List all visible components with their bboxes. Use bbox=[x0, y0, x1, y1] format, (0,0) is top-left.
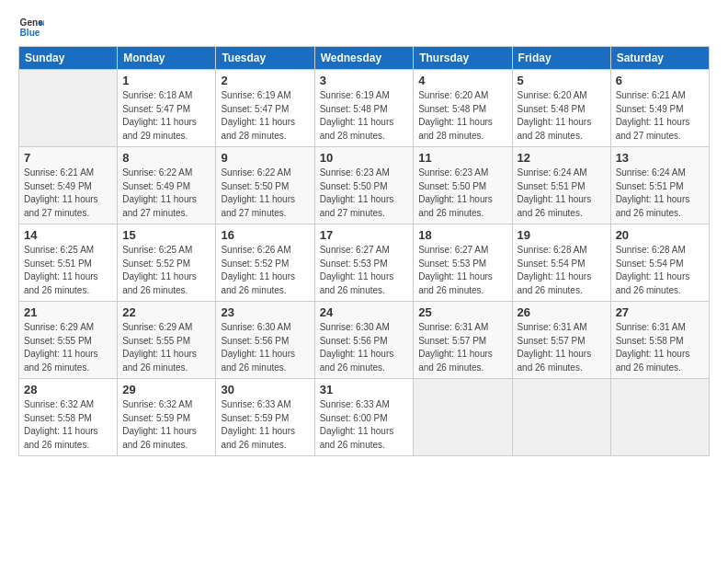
day-detail: Sunrise: 6:22 AM Sunset: 5:49 PM Dayligh… bbox=[122, 167, 210, 220]
header: General Blue bbox=[18, 15, 710, 40]
day-number: 17 bbox=[320, 228, 409, 242]
calendar-cell: 31Sunrise: 6:33 AM Sunset: 6:00 PM Dayli… bbox=[314, 379, 414, 456]
day-number: 28 bbox=[24, 383, 112, 396]
calendar-day-header: Thursday bbox=[414, 47, 512, 70]
calendar-cell: 4Sunrise: 6:20 AM Sunset: 5:48 PM Daylig… bbox=[414, 70, 512, 147]
calendar-cell: 30Sunrise: 6:33 AM Sunset: 5:59 PM Dayli… bbox=[216, 379, 314, 456]
day-detail: Sunrise: 6:30 AM Sunset: 5:56 PM Dayligh… bbox=[221, 321, 309, 374]
day-number: 31 bbox=[320, 383, 409, 396]
calendar-cell: 17Sunrise: 6:27 AM Sunset: 5:53 PM Dayli… bbox=[314, 224, 414, 302]
day-detail: Sunrise: 6:20 AM Sunset: 5:48 PM Dayligh… bbox=[418, 89, 506, 143]
day-number: 30 bbox=[221, 383, 309, 396]
calendar-cell: 3Sunrise: 6:19 AM Sunset: 5:48 PM Daylig… bbox=[314, 70, 414, 147]
day-number: 8 bbox=[122, 151, 210, 165]
calendar-cell: 26Sunrise: 6:31 AM Sunset: 5:57 PM Dayli… bbox=[512, 302, 610, 379]
calendar-cell: 9Sunrise: 6:22 AM Sunset: 5:50 PM Daylig… bbox=[216, 147, 314, 224]
calendar-table: SundayMondayTuesdayWednesdayThursdayFrid… bbox=[18, 46, 710, 456]
calendar-cell: 7Sunrise: 6:21 AM Sunset: 5:49 PM Daylig… bbox=[19, 147, 118, 224]
day-detail: Sunrise: 6:27 AM Sunset: 5:53 PM Dayligh… bbox=[320, 244, 409, 297]
day-number: 22 bbox=[122, 305, 210, 319]
calendar-week-row: 21Sunrise: 6:29 AM Sunset: 5:55 PM Dayli… bbox=[19, 302, 710, 379]
calendar-cell: 2Sunrise: 6:19 AM Sunset: 5:47 PM Daylig… bbox=[216, 70, 314, 147]
day-number: 27 bbox=[616, 305, 704, 319]
calendar-week-row: 14Sunrise: 6:25 AM Sunset: 5:51 PM Dayli… bbox=[19, 224, 710, 302]
day-number: 10 bbox=[320, 151, 409, 165]
calendar-cell: 19Sunrise: 6:28 AM Sunset: 5:54 PM Dayli… bbox=[512, 224, 610, 302]
calendar-cell bbox=[19, 70, 118, 147]
calendar-cell: 25Sunrise: 6:31 AM Sunset: 5:57 PM Dayli… bbox=[414, 302, 512, 379]
day-detail: Sunrise: 6:24 AM Sunset: 5:51 PM Dayligh… bbox=[518, 167, 606, 220]
day-detail: Sunrise: 6:25 AM Sunset: 5:51 PM Dayligh… bbox=[24, 244, 112, 297]
calendar-week-row: 1Sunrise: 6:18 AM Sunset: 5:47 PM Daylig… bbox=[19, 70, 710, 147]
day-number: 6 bbox=[616, 74, 704, 87]
day-detail: Sunrise: 6:25 AM Sunset: 5:52 PM Dayligh… bbox=[122, 244, 210, 297]
calendar-cell: 10Sunrise: 6:23 AM Sunset: 5:50 PM Dayli… bbox=[314, 147, 414, 224]
day-number: 23 bbox=[221, 305, 309, 319]
calendar-cell: 27Sunrise: 6:31 AM Sunset: 5:58 PM Dayli… bbox=[610, 302, 709, 379]
calendar-day-header: Monday bbox=[118, 47, 216, 70]
day-number: 9 bbox=[221, 151, 309, 165]
logo: General Blue bbox=[18, 15, 44, 40]
day-number: 21 bbox=[24, 305, 112, 319]
day-detail: Sunrise: 6:20 AM Sunset: 5:48 PM Dayligh… bbox=[518, 89, 606, 143]
day-detail: Sunrise: 6:33 AM Sunset: 5:59 PM Dayligh… bbox=[221, 398, 309, 452]
day-number: 29 bbox=[122, 383, 210, 396]
day-detail: Sunrise: 6:26 AM Sunset: 5:52 PM Dayligh… bbox=[221, 244, 309, 297]
day-detail: Sunrise: 6:27 AM Sunset: 5:53 PM Dayligh… bbox=[418, 244, 506, 297]
calendar-cell: 29Sunrise: 6:32 AM Sunset: 5:59 PM Dayli… bbox=[118, 379, 216, 456]
day-detail: Sunrise: 6:24 AM Sunset: 5:51 PM Dayligh… bbox=[616, 167, 704, 220]
calendar-day-header: Sunday bbox=[19, 47, 118, 70]
day-detail: Sunrise: 6:30 AM Sunset: 5:56 PM Dayligh… bbox=[320, 321, 409, 374]
day-number: 11 bbox=[418, 151, 506, 165]
day-number: 12 bbox=[518, 151, 606, 165]
calendar-cell: 12Sunrise: 6:24 AM Sunset: 5:51 PM Dayli… bbox=[512, 147, 610, 224]
day-detail: Sunrise: 6:22 AM Sunset: 5:50 PM Dayligh… bbox=[221, 167, 309, 220]
day-detail: Sunrise: 6:23 AM Sunset: 5:50 PM Dayligh… bbox=[320, 167, 409, 220]
calendar-cell: 23Sunrise: 6:30 AM Sunset: 5:56 PM Dayli… bbox=[216, 302, 314, 379]
calendar-week-row: 28Sunrise: 6:32 AM Sunset: 5:58 PM Dayli… bbox=[19, 379, 710, 456]
calendar-cell bbox=[512, 379, 610, 456]
calendar-cell: 18Sunrise: 6:27 AM Sunset: 5:53 PM Dayli… bbox=[414, 224, 512, 302]
day-number: 13 bbox=[616, 151, 704, 165]
logo-icon: General Blue bbox=[18, 15, 44, 40]
day-number: 4 bbox=[418, 74, 506, 87]
calendar-cell: 22Sunrise: 6:29 AM Sunset: 5:55 PM Dayli… bbox=[118, 302, 216, 379]
day-detail: Sunrise: 6:19 AM Sunset: 5:47 PM Dayligh… bbox=[221, 89, 309, 143]
page: General Blue SundayMondayTuesdayWednesda… bbox=[0, 0, 728, 465]
day-detail: Sunrise: 6:29 AM Sunset: 5:55 PM Dayligh… bbox=[24, 321, 112, 374]
calendar-cell: 21Sunrise: 6:29 AM Sunset: 5:55 PM Dayli… bbox=[19, 302, 118, 379]
day-detail: Sunrise: 6:23 AM Sunset: 5:50 PM Dayligh… bbox=[418, 167, 506, 220]
svg-text:Blue: Blue bbox=[20, 28, 40, 38]
calendar-cell: 11Sunrise: 6:23 AM Sunset: 5:50 PM Dayli… bbox=[414, 147, 512, 224]
calendar-cell: 6Sunrise: 6:21 AM Sunset: 5:49 PM Daylig… bbox=[610, 70, 709, 147]
day-detail: Sunrise: 6:28 AM Sunset: 5:54 PM Dayligh… bbox=[616, 244, 704, 297]
calendar-cell: 15Sunrise: 6:25 AM Sunset: 5:52 PM Dayli… bbox=[118, 224, 216, 302]
day-detail: Sunrise: 6:21 AM Sunset: 5:49 PM Dayligh… bbox=[616, 89, 704, 143]
calendar-cell bbox=[610, 379, 709, 456]
calendar-cell: 14Sunrise: 6:25 AM Sunset: 5:51 PM Dayli… bbox=[19, 224, 118, 302]
calendar-cell: 16Sunrise: 6:26 AM Sunset: 5:52 PM Dayli… bbox=[216, 224, 314, 302]
day-number: 18 bbox=[418, 228, 506, 242]
day-number: 1 bbox=[122, 74, 210, 87]
calendar-cell: 20Sunrise: 6:28 AM Sunset: 5:54 PM Dayli… bbox=[610, 224, 709, 302]
day-detail: Sunrise: 6:19 AM Sunset: 5:48 PM Dayligh… bbox=[320, 89, 409, 143]
day-number: 3 bbox=[320, 74, 409, 87]
day-number: 20 bbox=[616, 228, 704, 242]
calendar-day-header: Friday bbox=[512, 47, 610, 70]
day-detail: Sunrise: 6:32 AM Sunset: 5:58 PM Dayligh… bbox=[24, 398, 112, 452]
day-detail: Sunrise: 6:31 AM Sunset: 5:57 PM Dayligh… bbox=[418, 321, 506, 374]
day-number: 25 bbox=[418, 305, 506, 319]
day-number: 15 bbox=[122, 228, 210, 242]
calendar-day-header: Saturday bbox=[610, 47, 709, 70]
day-number: 5 bbox=[518, 74, 606, 87]
day-detail: Sunrise: 6:32 AM Sunset: 5:59 PM Dayligh… bbox=[122, 398, 210, 452]
calendar-cell: 24Sunrise: 6:30 AM Sunset: 5:56 PM Dayli… bbox=[314, 302, 414, 379]
calendar-day-header: Tuesday bbox=[216, 47, 314, 70]
day-detail: Sunrise: 6:18 AM Sunset: 5:47 PM Dayligh… bbox=[122, 89, 210, 143]
calendar-cell: 28Sunrise: 6:32 AM Sunset: 5:58 PM Dayli… bbox=[19, 379, 118, 456]
calendar-cell: 13Sunrise: 6:24 AM Sunset: 5:51 PM Dayli… bbox=[610, 147, 709, 224]
day-number: 16 bbox=[221, 228, 309, 242]
day-number: 14 bbox=[24, 228, 112, 242]
calendar-header-row: SundayMondayTuesdayWednesdayThursdayFrid… bbox=[19, 47, 710, 70]
calendar-cell: 1Sunrise: 6:18 AM Sunset: 5:47 PM Daylig… bbox=[118, 70, 216, 147]
